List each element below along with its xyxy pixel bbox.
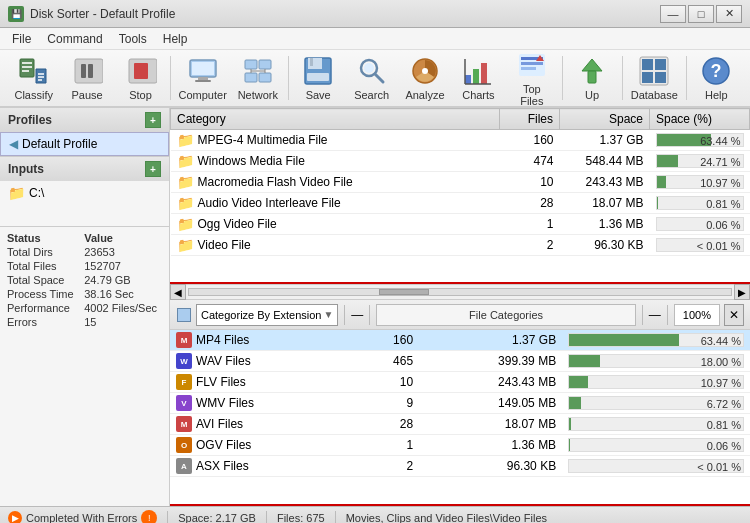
categorize-dropdown[interactable]: Categorize By Extension ▼ — [196, 304, 338, 326]
stop-button[interactable]: Stop — [115, 53, 166, 103]
status-row-totalspace: Total Space 24.79 GB — [4, 273, 165, 287]
menu-file[interactable]: File — [4, 30, 39, 48]
horizontal-scrollbar[interactable]: ◀ ▶ — [170, 284, 750, 300]
toolbar-sep-4 — [667, 305, 668, 325]
inputs-add-button[interactable]: + — [145, 161, 161, 177]
cat-name: Macromedia Flash Video File — [198, 175, 353, 189]
save-button[interactable]: Save — [292, 53, 343, 103]
status-completed: Completed With Errors — [26, 512, 137, 524]
help-button[interactable]: ? Help — [691, 53, 742, 103]
file-list-row[interactable]: F FLV Files 10 243.43 MB 10.97 % — [170, 372, 750, 393]
pct-fill — [569, 355, 600, 367]
computer-button[interactable]: Computer — [175, 53, 230, 103]
file-list-row[interactable]: M AVI Files 28 18.07 MB 0.81 % — [170, 414, 750, 435]
file-list-row[interactable]: O OGV Files 1 1.36 MB 0.06 % — [170, 435, 750, 456]
svg-rect-40 — [521, 62, 543, 65]
network-button[interactable]: Network — [232, 53, 283, 103]
minus-btn-1[interactable]: — — [351, 308, 363, 322]
help-label: Help — [705, 89, 728, 101]
file-name: WMV Files — [196, 396, 254, 410]
category-table-row[interactable]: 📁 Windows Media File 474 548.44 MB 24.71… — [171, 151, 750, 172]
category-table-row[interactable]: 📁 Macromedia Flash Video File 10 243.43 … — [171, 172, 750, 193]
svg-rect-17 — [245, 60, 257, 69]
menu-command[interactable]: Command — [39, 30, 110, 48]
file-list-row[interactable]: A ASX Files 2 96.30 KB < 0.01 % — [170, 456, 750, 477]
cat-cell-name: 📁 Video File — [171, 235, 500, 256]
status-value-processtime: 38.16 Sec — [81, 287, 165, 301]
cat-cell-pct: 63.44 % — [650, 130, 750, 151]
pct-text: 24.71 % — [700, 155, 740, 169]
default-profile-item[interactable]: ◀ Default Profile — [0, 132, 169, 156]
close-x-button[interactable]: ✕ — [724, 304, 744, 326]
pct-bar: 10.97 % — [656, 175, 744, 189]
inputs-header: Inputs + — [0, 157, 169, 181]
folder-icon: 📁 — [8, 185, 25, 201]
pct-bar: 24.71 % — [656, 154, 744, 168]
right-panel: Category Files Space Space (%) 📁 MPEG-4 … — [170, 108, 750, 506]
analyze-button[interactable]: Analyze — [399, 53, 450, 103]
top-files-button[interactable]: Top Files — [506, 53, 557, 103]
charts-button[interactable]: Charts — [453, 53, 504, 103]
status-value-errors: 15 — [81, 315, 165, 329]
maximize-button[interactable]: □ — [688, 5, 714, 23]
menu-help[interactable]: Help — [155, 30, 196, 48]
cat-cell-space: 243.43 MB — [560, 172, 650, 193]
database-button[interactable]: Database — [627, 53, 682, 103]
file-list-row[interactable]: V WMV Files 9 149.05 MB 6.72 % — [170, 393, 750, 414]
close-button[interactable]: ✕ — [716, 5, 742, 23]
classify-button[interactable]: Classify — [8, 53, 59, 103]
scroll-thumb[interactable] — [379, 289, 429, 295]
scroll-left-btn[interactable]: ◀ — [170, 284, 186, 300]
svg-rect-49 — [655, 72, 666, 83]
window-title: Disk Sorter - Default Profile — [30, 7, 175, 21]
pct-bar: 0.06 % — [568, 438, 744, 452]
svg-rect-48 — [642, 72, 653, 83]
warning-icon: ! — [141, 510, 157, 524]
category-table-row[interactable]: 📁 Audio Video Interleave File 28 18.07 M… — [171, 193, 750, 214]
cat-cell-files: 10 — [500, 172, 560, 193]
category-table-row[interactable]: 📁 Video File 2 96.30 KB < 0.01 % — [171, 235, 750, 256]
status-label-performance: Performance — [4, 301, 81, 315]
cat-name: Audio Video Interleave File — [198, 196, 341, 210]
profiles-add-button[interactable]: + — [145, 112, 161, 128]
search-button[interactable]: Search — [346, 53, 397, 103]
svg-rect-16 — [195, 80, 211, 82]
status-label-totaldirs: Total Dirs — [4, 245, 81, 259]
scroll-right-btn[interactable]: ▶ — [734, 284, 750, 300]
minimize-button[interactable]: — — [660, 5, 686, 23]
category-header-row: Category Files Space Space (%) — [171, 109, 750, 130]
file-cell-pct: 63.44 % — [562, 330, 750, 351]
file-list-row[interactable]: W WAV Files 465 399.39 MB 18.00 % — [170, 351, 750, 372]
file-cell-space: 149.05 MB — [419, 393, 562, 414]
file-cell-pct: < 0.01 % — [562, 456, 750, 477]
pct-fill — [657, 176, 666, 188]
status-section: Status Value Total Dirs 23653 Total File… — [0, 227, 169, 506]
svg-rect-12 — [134, 63, 148, 79]
inputs-section: Inputs + 📁 C:\ — [0, 157, 169, 227]
svg-marker-43 — [582, 59, 602, 71]
pause-label: Pause — [72, 89, 103, 101]
status-label-processtime: Process Time — [4, 287, 81, 301]
input-path: C:\ — [29, 186, 44, 200]
status-sep-1 — [167, 511, 168, 524]
menu-tools[interactable]: Tools — [111, 30, 155, 48]
minus-btn-2[interactable]: — — [649, 308, 661, 322]
file-cell-files: 1 — [354, 435, 419, 456]
file-list-row[interactable]: M MP4 Files 160 1.37 GB 63.44 % — [170, 330, 750, 351]
category-table-row[interactable]: 📁 Ogg Video File 1 1.36 MB 0.06 % — [171, 214, 750, 235]
pct-text: 0.06 % — [707, 439, 741, 453]
file-cell-pct: 18.00 % — [562, 351, 750, 372]
cat-name: MPEG-4 Multimedia File — [198, 133, 328, 147]
category-table-row[interactable]: 📁 MPEG-4 Multimedia File 160 1.37 GB 63.… — [171, 130, 750, 151]
status-label-errors: Errors — [4, 315, 81, 329]
up-button[interactable]: Up — [566, 53, 617, 103]
file-name: WAV Files — [196, 354, 251, 368]
pause-button[interactable]: Pause — [61, 53, 112, 103]
svg-rect-35 — [481, 63, 487, 84]
file-cell-space: 399.39 MB — [419, 351, 562, 372]
input-path-item[interactable]: 📁 C:\ — [0, 181, 169, 205]
file-cell-files: 2 — [354, 456, 419, 477]
cat-cell-name: 📁 Audio Video Interleave File — [171, 193, 500, 214]
scroll-track[interactable] — [188, 288, 732, 296]
error-icon: ▶ — [8, 511, 22, 524]
